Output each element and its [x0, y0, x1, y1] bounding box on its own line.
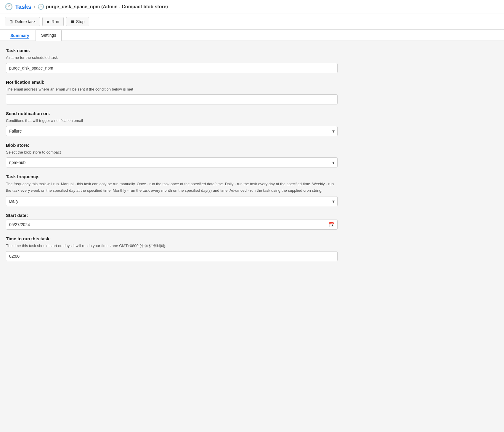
- main-content: Task name: A name for the scheduled task…: [0, 41, 344, 275]
- breadcrumb-text: purge_disk_space_npm (Admin - Compact bl…: [46, 4, 168, 9]
- task-name-input[interactable]: [6, 63, 338, 73]
- blob-store-select-wrapper: npm-hub default ▾: [6, 157, 338, 167]
- blob-store-label: Blob store:: [6, 143, 338, 148]
- start-date-input[interactable]: [6, 220, 338, 230]
- tasks-app-icon: 🕐: [5, 3, 13, 11]
- play-icon: ▶: [47, 19, 50, 24]
- task-frequency-label: Task frequency:: [6, 174, 338, 179]
- send-notification-select[interactable]: Failure Success Always Never: [6, 126, 338, 136]
- time-description: The time this task should start on days …: [6, 243, 338, 249]
- time-input[interactable]: [6, 251, 338, 261]
- time-section: Time to run this task: The time this tas…: [6, 236, 338, 261]
- time-label: Time to run this task:: [6, 236, 338, 241]
- task-frequency-select[interactable]: Manual Once Daily Weekly Monthly Advance…: [6, 196, 338, 206]
- run-label: Run: [52, 19, 59, 24]
- send-notification-label: Send notification on:: [6, 111, 338, 116]
- send-notification-section: Send notification on: Conditions that wi…: [6, 111, 338, 136]
- task-name-section: Task name: A name for the scheduled task: [6, 48, 338, 73]
- task-frequency-section: Task frequency: The frequency this task …: [6, 174, 338, 206]
- breadcrumb: 🕐 purge_disk_space_npm (Admin - Compact …: [38, 4, 168, 10]
- delete-label: Delete task: [15, 19, 36, 24]
- tab-summary[interactable]: Summary: [5, 30, 35, 41]
- action-bar: 🗑 Delete task ▶ Run ⏹ Stop: [0, 14, 504, 30]
- task-name-description: A name for the scheduled task: [6, 55, 338, 61]
- task-icon: 🕐: [38, 4, 44, 10]
- delete-task-button[interactable]: 🗑 Delete task: [5, 17, 40, 26]
- start-date-section: Start date: 📅: [6, 213, 338, 230]
- notification-email-section: Notification email: The email address wh…: [6, 80, 338, 105]
- summary-tab-label: Summary: [10, 33, 29, 39]
- stop-button[interactable]: ⏹ Stop: [66, 17, 89, 26]
- run-button[interactable]: ▶ Run: [42, 17, 64, 26]
- task-frequency-select-wrapper: Manual Once Daily Weekly Monthly Advance…: [6, 196, 338, 206]
- blob-store-select[interactable]: npm-hub default: [6, 157, 338, 167]
- blob-store-description: Select the blob store to compact: [6, 149, 338, 155]
- notification-email-label: Notification email:: [6, 80, 338, 85]
- tab-settings[interactable]: Settings: [36, 30, 62, 41]
- app-title[interactable]: Tasks: [15, 4, 31, 10]
- send-notification-select-wrapper: Failure Success Always Never ▾: [6, 126, 338, 136]
- task-name-label: Task name:: [6, 48, 338, 53]
- task-frequency-description: The frequency this task will run. Manual…: [6, 181, 338, 194]
- start-date-label: Start date:: [6, 213, 338, 218]
- notification-email-input[interactable]: [6, 94, 338, 104]
- calendar-icon[interactable]: 📅: [329, 222, 335, 228]
- start-date-wrapper: 📅: [6, 220, 338, 230]
- trash-icon: 🗑: [9, 19, 13, 24]
- notification-email-description: The email address where an email will be…: [6, 86, 338, 92]
- send-notification-description: Conditions that will trigger a notificat…: [6, 118, 338, 124]
- settings-tab-label: Settings: [41, 33, 56, 38]
- blob-store-section: Blob store: Select the blob store to com…: [6, 143, 338, 168]
- stop-icon: ⏹: [70, 19, 75, 24]
- stop-label: Stop: [76, 19, 85, 24]
- breadcrumb-separator: /: [34, 4, 35, 10]
- top-bar: 🕐 Tasks / 🕐 purge_disk_space_npm (Admin …: [0, 0, 504, 14]
- tabs-bar: Summary Settings: [0, 30, 504, 41]
